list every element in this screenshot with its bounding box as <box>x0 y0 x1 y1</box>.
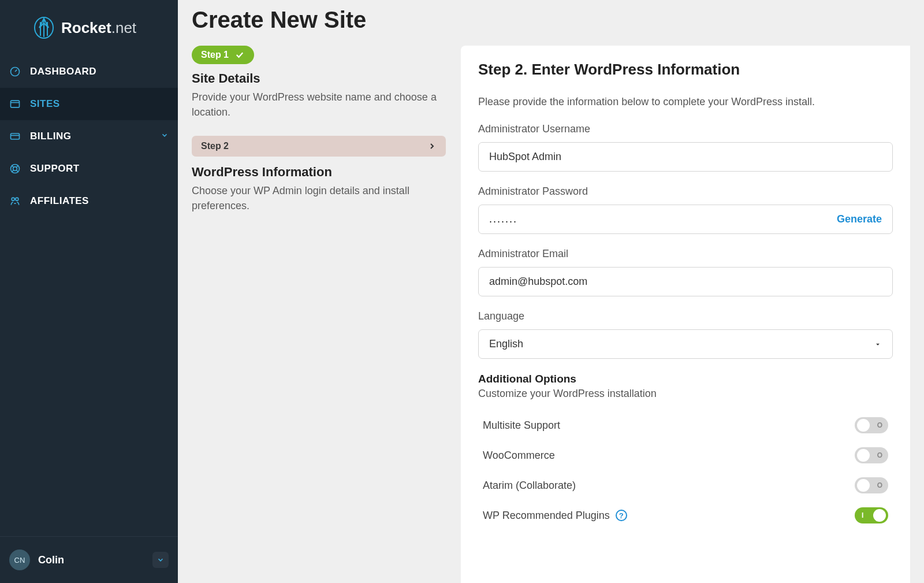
field-email: Administrator Email <box>478 248 893 296</box>
password-input-wrap: Generate <box>478 205 893 234</box>
language-value: English <box>489 338 523 350</box>
sidebar-item-billing[interactable]: BILLING <box>0 120 178 153</box>
sidebar-item-label: SITES <box>30 98 60 110</box>
svg-point-6 <box>12 198 14 200</box>
logo: Rocket.net <box>0 0 178 55</box>
content-row: Step 1 Site Details Provide your WordPre… <box>192 46 910 583</box>
additional-section: Additional Options Customize your WordPr… <box>478 373 893 530</box>
step-1-badge: Step 1 <box>192 46 254 64</box>
language-label: Language <box>478 310 893 322</box>
svg-point-7 <box>16 198 18 200</box>
sidebar-item-sites[interactable]: SITES <box>0 88 178 120</box>
toggle-atarim[interactable]: O <box>855 477 888 493</box>
option-multisite-label: Multisite Support <box>483 419 560 432</box>
rocket-logo-icon <box>33 16 54 39</box>
step-2-title: WordPress Information <box>192 165 446 180</box>
lifebuoy-icon <box>9 163 21 174</box>
logo-text: Rocket.net <box>61 19 136 37</box>
sidebar: Rocket.net DASHBOARD SITES BILLING <box>0 0 178 583</box>
sidebar-item-label: SUPPORT <box>30 163 80 174</box>
user-name: Colin <box>38 554 64 566</box>
check-icon <box>234 50 245 60</box>
option-wprec: WP Recommended Plugins ? I <box>478 500 893 530</box>
email-label: Administrator Email <box>478 248 893 260</box>
svg-rect-3 <box>11 133 20 139</box>
step-1-label: Step 1 <box>201 50 229 60</box>
svg-rect-2 <box>11 101 20 107</box>
field-language: Language English <box>478 310 893 359</box>
gauge-icon <box>9 66 21 77</box>
nav: DASHBOARD SITES BILLING SUPPORT <box>0 55 178 536</box>
caret-down-icon <box>874 340 882 348</box>
sidebar-item-affiliates[interactable]: AFFILIATES <box>0 185 178 217</box>
additional-title: Additional Options <box>478 373 893 385</box>
sidebar-item-support[interactable]: SUPPORT <box>0 153 178 185</box>
panel-title: Step 2. Enter WordPress Information <box>478 61 893 79</box>
toggle-woocommerce[interactable]: O <box>855 447 888 463</box>
sidebar-item-label: BILLING <box>30 131 72 142</box>
language-select[interactable]: English <box>478 329 893 359</box>
chevron-down-icon[interactable] <box>152 552 169 568</box>
window-icon <box>9 98 21 110</box>
step-2-row-label: Step 2 <box>201 141 229 151</box>
username-input[interactable] <box>478 142 893 172</box>
option-multisite: Multisite Support O <box>478 410 893 440</box>
password-label: Administrator Password <box>478 185 893 198</box>
user-menu[interactable]: CN Colin <box>0 536 178 583</box>
option-atarim-label: Atarim (Collaborate) <box>483 480 576 492</box>
additional-desc: Customize your WordPress installation <box>478 388 893 400</box>
step-2-desc: Choose your WP Admin login details and i… <box>192 183 446 213</box>
option-woocommerce: WooCommerce O <box>478 440 893 470</box>
option-woocommerce-label: WooCommerce <box>483 450 555 462</box>
step-1-desc: Provide your WordPress website name and … <box>192 90 446 120</box>
toggle-wprec[interactable]: I <box>855 507 888 523</box>
sidebar-item-label: DASHBOARD <box>30 66 96 77</box>
main: Create New Site Step 1 Site Details Prov… <box>178 0 924 583</box>
avatar: CN <box>9 549 30 570</box>
field-password: Administrator Password Generate <box>478 185 893 234</box>
step-2-row[interactable]: Step 2 <box>192 136 446 157</box>
steps-column: Step 1 Site Details Provide your WordPre… <box>192 46 446 583</box>
step-1-title: Site Details <box>192 71 446 86</box>
field-username: Administrator Username <box>478 123 893 172</box>
username-label: Administrator Username <box>478 123 893 135</box>
chevron-down-icon <box>161 131 169 142</box>
sidebar-item-dashboard[interactable]: DASHBOARD <box>0 55 178 88</box>
svg-point-5 <box>13 167 17 171</box>
page-title: Create New Site <box>192 0 910 46</box>
people-icon <box>9 195 21 207</box>
toggle-multisite[interactable]: O <box>855 417 888 433</box>
generate-button[interactable]: Generate <box>837 213 882 225</box>
card-icon <box>9 131 21 142</box>
option-wprec-label: WP Recommended Plugins ? <box>483 510 627 522</box>
chevron-right-icon <box>427 142 437 151</box>
sidebar-item-label: AFFILIATES <box>30 195 89 207</box>
panel-intro: Please provide the information below to … <box>478 96 893 108</box>
option-atarim: Atarim (Collaborate) O <box>478 470 893 500</box>
email-input[interactable] <box>478 267 893 296</box>
panel: Step 2. Enter WordPress Information Plea… <box>461 46 910 583</box>
password-input[interactable] <box>489 205 837 233</box>
help-icon[interactable]: ? <box>616 510 627 521</box>
